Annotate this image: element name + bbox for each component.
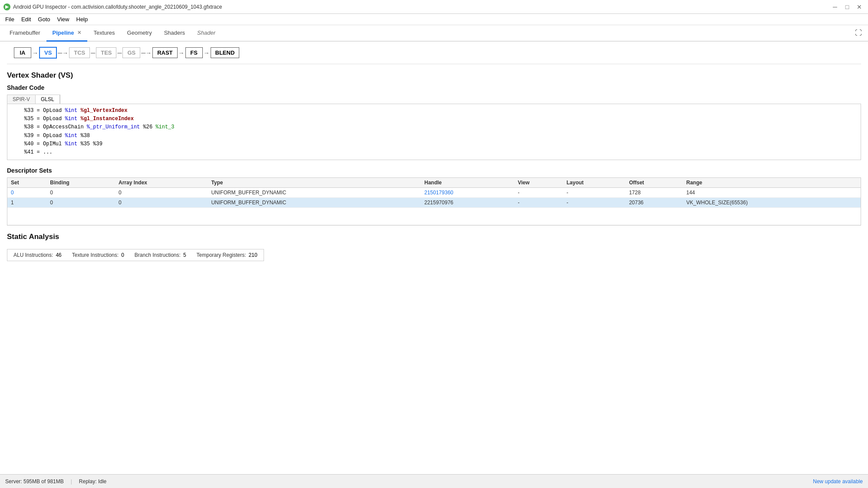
stat-alu-value: 46	[56, 252, 61, 258]
shader-tab-spirv[interactable]: SPIR-V	[7, 95, 36, 104]
row1-type: UNIFORM_BUFFER_DYNAMIC	[208, 198, 421, 208]
status-bar: Server: 595MB of 981MB | Replay: Idle Ne…	[0, 474, 868, 488]
static-analysis-heading: Static Analysis	[7, 233, 861, 241]
stage-gs-box[interactable]: GS	[122, 47, 140, 58]
stage-blend-box[interactable]: BLEND	[211, 47, 240, 58]
table-row: 1 0 0 UNIFORM_BUFFER_DYNAMIC 2215970976 …	[7, 198, 861, 208]
row0-range: 144	[683, 188, 861, 198]
shader-tab-glsl[interactable]: GLSL	[36, 95, 60, 104]
arrow-tes-gs: ─	[117, 49, 122, 56]
row1-range: VK_WHOLE_SIZE(65536)	[683, 198, 861, 208]
stage-tes: TES	[96, 47, 116, 58]
tab-close-pipeline[interactable]: ✕	[77, 30, 81, 36]
app-icon: ▶	[3, 3, 10, 10]
update-link[interactable]: New update available	[813, 478, 863, 485]
arrow-gs-rast: ─→	[141, 49, 152, 56]
row0-binding: 0	[46, 188, 115, 198]
stage-tcs-box[interactable]: TCS	[69, 47, 90, 58]
stat-texture-label: Texture Instructions:	[72, 252, 119, 258]
menu-help[interactable]: Help	[73, 15, 92, 23]
row1-view: -	[514, 198, 563, 208]
stage-vs-box[interactable]: VS	[39, 47, 57, 59]
descriptor-sets-table-container: Set Binding Array Index Type Handle View…	[7, 177, 861, 226]
tab-pipeline[interactable]: Pipeline ✕	[46, 25, 88, 42]
menu-goto[interactable]: Goto	[34, 15, 53, 23]
stage-fs-box[interactable]: FS	[185, 47, 203, 58]
pipeline-stages: IA → VS ─→ TCS ─ TES ─ GS ─→ RAST → FS →…	[7, 42, 861, 64]
stage-rast-box[interactable]: RAST	[152, 47, 177, 58]
main-content: IA → VS ─→ TCS ─ TES ─ GS ─→ RAST → FS →…	[0, 42, 868, 474]
vs-heading: Vertex Shader (VS)	[7, 71, 861, 80]
minimize-button[interactable]: ─	[830, 3, 840, 11]
title-bar-text: Android GPU Inspector - com.activision.c…	[13, 4, 830, 10]
row0-array-index: 0	[115, 188, 208, 198]
status-server: Server: 595MB of 981MB	[5, 478, 64, 485]
menu-view[interactable]: View	[54, 15, 73, 23]
stage-vs: VS	[39, 47, 57, 59]
descriptor-sets-section: Descriptor Sets Set Binding Array Index …	[7, 167, 861, 226]
row0-view: -	[514, 188, 563, 198]
col-array-index: Array Index	[115, 178, 208, 188]
code-line-6: %41 = ...	[12, 148, 856, 157]
shader-code-heading: Shader Code	[7, 84, 861, 91]
stage-tcs: TCS	[69, 47, 90, 58]
tab-textures[interactable]: Textures	[87, 25, 121, 42]
static-analysis-box: ALU Instructions: 46 Texture Instruction…	[7, 249, 264, 261]
menu-bar: File Edit Goto View Help	[0, 14, 868, 25]
col-view: View	[514, 178, 563, 188]
tab-shader[interactable]: Shader	[191, 25, 221, 42]
col-offset: Offset	[626, 178, 683, 188]
code-line-4: %39 = OpLoad %int %38	[12, 132, 856, 140]
tab-geometry[interactable]: Geometry	[121, 25, 158, 42]
maximize-button[interactable]: □	[842, 3, 852, 11]
arrow-fs-blend: →	[204, 49, 210, 56]
stage-ia: IA	[14, 47, 31, 58]
fullscreen-button[interactable]: ⛶	[852, 27, 865, 39]
code-line-1: %33 = OpLoad %int %gl_VertexIndex	[12, 107, 856, 115]
stat-registers: Temporary Registers: 210	[197, 252, 257, 258]
tab-shaders[interactable]: Shaders	[158, 25, 191, 42]
stat-texture: Texture Instructions: 0	[72, 252, 124, 258]
static-analysis-section: Static Analysis ALU Instructions: 46 Tex…	[7, 233, 861, 261]
table-row-empty	[7, 208, 861, 225]
row1-offset: 20736	[626, 198, 683, 208]
close-button[interactable]: ✕	[854, 3, 865, 11]
title-bar: ▶ Android GPU Inspector - com.activision…	[0, 0, 868, 14]
row0-set-link[interactable]: 0	[11, 190, 14, 196]
stage-rast: RAST	[152, 47, 177, 58]
stat-alu-label: ALU Instructions:	[13, 252, 53, 258]
shader-tabs: SPIR-V GLSL	[7, 95, 60, 104]
menu-edit[interactable]: Edit	[18, 15, 34, 23]
col-binding: Binding	[46, 178, 115, 188]
code-line-3: %38 = OpAccessChain %_ptr_Uniform_int %2…	[12, 123, 856, 131]
descriptor-sets-table: Set Binding Array Index Type Handle View…	[7, 178, 861, 225]
col-range: Range	[683, 178, 861, 188]
tab-framebuffer[interactable]: Framebuffer	[3, 25, 46, 42]
arrow-tcs-tes: ─	[91, 49, 95, 56]
title-bar-controls: ─ □ ✕	[830, 3, 865, 11]
row0-type: UNIFORM_BUFFER_DYNAMIC	[208, 188, 421, 198]
table-row: 0 0 0 UNIFORM_BUFFER_DYNAMIC 2150179360 …	[7, 188, 861, 198]
arrow-rast-fs: →	[178, 49, 185, 56]
shader-code-area[interactable]: %33 = OpLoad %int %gl_VertexIndex %35 = …	[7, 104, 861, 160]
row0-handle-link[interactable]: 2150179360	[424, 190, 453, 196]
row1-handle: 2215970976	[421, 198, 514, 208]
stage-blend: BLEND	[211, 47, 240, 58]
menu-file[interactable]: File	[2, 15, 18, 23]
stage-fs: FS	[185, 47, 203, 58]
stat-branch-label: Branch Instructions:	[135, 252, 181, 258]
status-replay: Replay: Idle	[79, 478, 106, 485]
row1-array-index: 0	[115, 198, 208, 208]
status-separator: |	[71, 478, 72, 485]
row0-layout: -	[563, 188, 626, 198]
stat-branch: Branch Instructions: 5	[135, 252, 186, 258]
stage-tes-box[interactable]: TES	[96, 47, 116, 58]
stat-branch-value: 5	[183, 252, 186, 258]
stat-registers-label: Temporary Registers:	[197, 252, 246, 258]
code-line-5: %40 = OpIMul %int %35 %39	[12, 140, 856, 148]
stat-alu: ALU Instructions: 46	[13, 252, 62, 258]
row1-binding: 0	[46, 198, 115, 208]
arrow-vs-tcs: ─→	[58, 49, 68, 56]
stage-ia-box[interactable]: IA	[14, 47, 31, 58]
stat-texture-value: 0	[121, 252, 124, 258]
